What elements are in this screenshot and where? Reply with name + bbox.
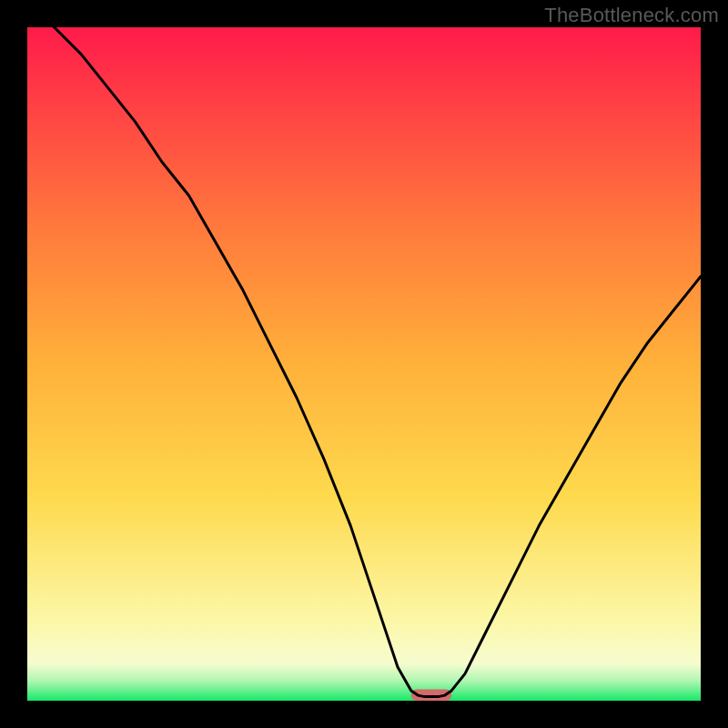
bottleneck-plot <box>0 0 728 728</box>
chart-frame: TheBottleneck.com <box>0 0 728 728</box>
watermark-label: TheBottleneck.com <box>544 4 719 27</box>
gradient-background <box>27 27 701 701</box>
